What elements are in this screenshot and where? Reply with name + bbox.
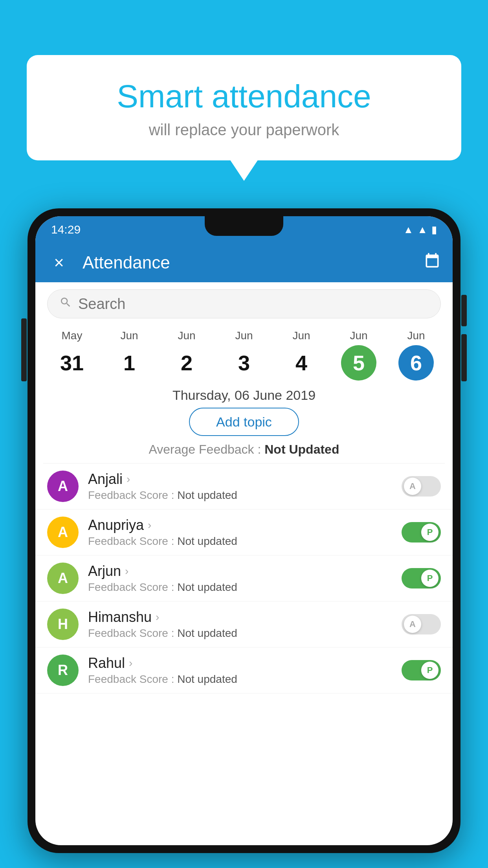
cal-date[interactable]: 1 [112,345,147,381]
attendance-toggle-wrap[interactable]: P [402,660,441,680]
avg-feedback: Average Feedback : Not Updated [35,442,453,457]
attendance-toggle-wrap[interactable]: A [402,476,441,497]
calendar-strip: May31Jun1Jun2Jun3Jun4Jun5Jun6 [35,326,453,381]
phone-notch [205,216,283,236]
attendance-toggle-wrap[interactable]: P [402,568,441,588]
student-feedback: Feedback Score : Not updated [88,535,402,548]
battery-icon: ▮ [431,224,437,236]
avatar: R [47,655,79,686]
attendance-toggle[interactable]: P [402,522,441,542]
attendance-toggle-wrap[interactable]: A [402,614,441,634]
chevron-right-icon: › [148,519,151,531]
chevron-right-icon: › [129,657,132,669]
speech-bubble-container: Smart attendance will replace your paper… [27,55,461,160]
wifi-icon: ▲ [404,224,414,236]
calendar-day[interactable]: Jun6 [387,329,445,381]
student-info: Anupriya ›Feedback Score : Not updated [88,517,402,548]
add-topic-button[interactable]: Add topic [189,408,299,436]
search-icon [59,296,72,312]
cal-date[interactable]: 2 [169,345,204,381]
calendar-icon[interactable] [424,252,441,273]
cal-month: Jun [292,329,310,342]
student-list: AAnjali ›Feedback Score : Not updatedAAA… [35,463,453,693]
cal-date[interactable]: 4 [284,345,319,381]
search-input[interactable] [78,296,429,313]
app-bar-title: Attendance [83,253,412,272]
toggle-knob: A [404,478,421,495]
cal-month: Jun [120,329,138,342]
calendar-day[interactable]: Jun2 [158,329,215,381]
volume-up-button[interactable] [461,295,467,326]
avatar: A [47,563,79,594]
student-feedback: Feedback Score : Not updated [88,581,402,594]
status-icons: ▲ ▲ ▮ [404,224,437,236]
toggle-knob: P [421,524,438,541]
cal-month: Jun [178,329,195,342]
chevron-right-icon: › [127,473,130,485]
phone-frame: 14:29 ▲ ▲ ▮ × Attendance [28,208,460,853]
attendance-toggle[interactable]: A [402,476,441,497]
student-name: Anupriya › [88,517,402,533]
avatar: A [47,517,79,548]
phone-screen: 14:29 ▲ ▲ ▮ × Attendance [35,216,453,845]
student-info: Himanshu ›Feedback Score : Not updated [88,609,402,640]
cal-month: May [62,329,83,342]
chevron-right-icon: › [156,611,159,623]
volume-down-button[interactable] [461,334,467,381]
avg-feedback-value: Not Updated [264,442,339,456]
toggle-knob: P [421,570,438,587]
student-item[interactable]: HHimanshu ›Feedback Score : Not updatedA [35,601,453,647]
avg-feedback-label: Average Feedback : [149,442,265,456]
cal-month: Jun [407,329,425,342]
calendar-day[interactable]: May31 [43,329,101,381]
student-name: Arjun › [88,563,402,579]
student-name: Anjali › [88,471,402,487]
avatar: H [47,609,79,640]
app-bar: × Attendance [35,243,453,282]
speech-bubble-subtitle: will replace your paperwork [46,121,442,139]
avatar: A [47,471,79,502]
attendance-toggle[interactable]: P [402,660,441,680]
speech-bubble-title: Smart attendance [46,79,442,114]
cal-date[interactable]: 6 [398,345,434,381]
student-name: Himanshu › [88,609,402,625]
date-heading: Thursday, 06 June 2019 [35,388,453,403]
close-button[interactable]: × [47,253,71,272]
calendar-day[interactable]: Jun1 [101,329,158,381]
cal-date[interactable]: 3 [226,345,262,381]
student-item[interactable]: AAnupriya ›Feedback Score : Not updatedP [35,509,453,555]
search-bar[interactable] [47,289,441,318]
power-button[interactable] [21,318,27,381]
signal-icon: ▲ [417,224,427,236]
speech-bubble: Smart attendance will replace your paper… [27,55,461,160]
student-info: Anjali ›Feedback Score : Not updated [88,471,402,502]
student-info: Arjun ›Feedback Score : Not updated [88,563,402,594]
calendar-day[interactable]: Jun5 [330,329,387,381]
attendance-toggle[interactable]: P [402,568,441,588]
student-item[interactable]: AAnjali ›Feedback Score : Not updatedA [35,463,453,509]
toggle-knob: A [404,616,421,633]
attendance-toggle[interactable]: A [402,614,441,634]
student-feedback: Feedback Score : Not updated [88,489,402,502]
student-item[interactable]: RRahul ›Feedback Score : Not updatedP [35,647,453,693]
cal-date[interactable]: 5 [341,345,376,381]
toggle-knob: P [421,662,438,679]
calendar-day[interactable]: Jun3 [215,329,273,381]
cal-month: Jun [350,329,367,342]
attendance-toggle-wrap[interactable]: P [402,522,441,542]
cal-date[interactable]: 31 [54,345,90,381]
status-time: 14:29 [51,223,81,236]
student-info: Rahul ›Feedback Score : Not updated [88,655,402,686]
student-feedback: Feedback Score : Not updated [88,673,402,686]
student-name: Rahul › [88,655,402,671]
chevron-right-icon: › [125,565,128,577]
calendar-day[interactable]: Jun4 [273,329,330,381]
cal-month: Jun [235,329,253,342]
student-feedback: Feedback Score : Not updated [88,627,402,640]
student-item[interactable]: AArjun ›Feedback Score : Not updatedP [35,555,453,601]
